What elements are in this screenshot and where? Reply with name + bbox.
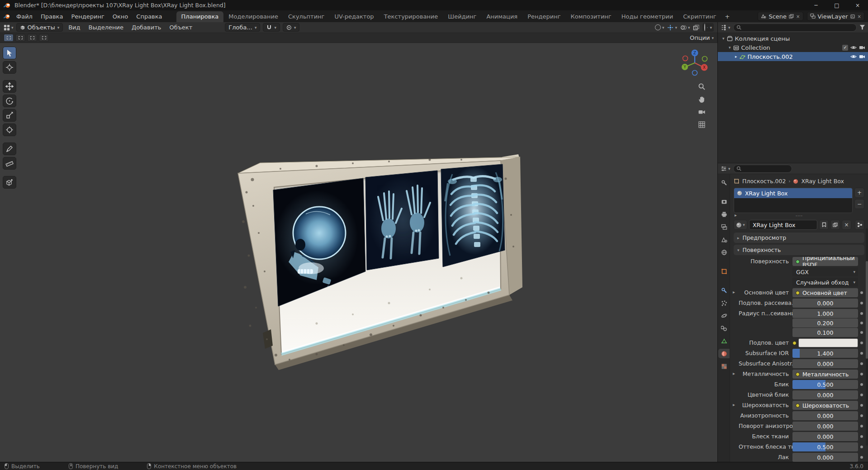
collection-checkbox[interactable]: ✓ xyxy=(842,45,848,51)
tool-rotate[interactable] xyxy=(3,95,16,107)
base-color-link-button[interactable]: Основной цвет xyxy=(792,288,858,297)
animate-dot[interactable] xyxy=(860,446,863,448)
minimize-button[interactable]: ─ xyxy=(806,0,826,10)
shading-material-button[interactable] xyxy=(707,27,708,28)
select-set-button[interactable] xyxy=(4,34,14,42)
tab-physics[interactable] xyxy=(718,311,730,320)
distribution-dropdown[interactable]: GGX▾ xyxy=(792,267,858,276)
specular-tint-slider[interactable]: 0.000 xyxy=(792,390,858,399)
breadcrumb-material[interactable]: XRay Light Box xyxy=(801,178,844,185)
panel-preview[interactable]: ▸ Предпросмотр xyxy=(734,233,864,243)
animate-dot[interactable] xyxy=(860,352,863,355)
filter-icon[interactable] xyxy=(859,24,865,30)
viewlayer-selector[interactable]: ViewLayer × xyxy=(807,12,865,21)
duplicate-material-button[interactable] xyxy=(830,220,840,230)
panel-surface[interactable]: ▾ Поверхность xyxy=(734,245,864,255)
navigation-gizmo[interactable]: Z Y X xyxy=(680,48,709,77)
tab-particles[interactable] xyxy=(718,298,730,308)
clearcoat-slider[interactable]: 0.000 xyxy=(792,453,858,462)
menu-view[interactable]: Вид xyxy=(66,23,83,32)
sheen-slider[interactable]: 0.000 xyxy=(792,432,858,441)
outliner-row-scene-collection[interactable]: ▾ Коллекция сцены xyxy=(718,34,868,43)
tool-transform[interactable] xyxy=(3,123,16,136)
roughness-link-button[interactable]: Шероховатость xyxy=(792,401,858,410)
menu-render[interactable]: Рендеринг xyxy=(67,12,108,21)
select-extend-button[interactable] xyxy=(15,34,25,42)
new-viewlayer-icon[interactable] xyxy=(850,14,855,19)
animate-dot[interactable] xyxy=(860,322,863,324)
properties-editor-button[interactable]: ▾ xyxy=(721,166,730,172)
remove-slot-button[interactable]: − xyxy=(854,199,864,209)
select-subtract-button[interactable] xyxy=(27,34,37,42)
tab-output[interactable] xyxy=(718,209,730,219)
outliner-row-plane-002[interactable]: ▸ Плоскость.002 xyxy=(718,52,868,61)
fake-user-button[interactable] xyxy=(819,220,829,230)
properties-search-input[interactable] xyxy=(733,165,792,173)
viewport-canvas[interactable]: Z Y X xyxy=(0,43,717,462)
xray-toggle[interactable] xyxy=(693,24,699,31)
specular-slider[interactable]: 0.500 xyxy=(792,380,858,389)
browse-material-button[interactable]: ▾ xyxy=(734,220,747,230)
animate-dot[interactable] xyxy=(860,404,863,407)
radius-x-field[interactable]: 1.000 xyxy=(792,309,858,318)
tool-move[interactable] xyxy=(3,80,16,93)
select-intersect-button[interactable] xyxy=(39,34,49,42)
mode-dropdown[interactable]: Объекты ▾ xyxy=(16,23,63,32)
tab-material[interactable] xyxy=(718,349,730,358)
tab-scene[interactable] xyxy=(718,235,730,244)
snap-dropdown[interactable]: ▾ xyxy=(263,23,280,32)
outliner-editor-button[interactable]: ▾ xyxy=(721,24,730,31)
breadcrumb-object[interactable]: Плоскость.002 xyxy=(742,178,786,185)
metallic-link-button[interactable]: Металличность xyxy=(792,370,858,379)
radius-z-field[interactable]: 0.100 xyxy=(792,328,858,337)
tab-object-data[interactable] xyxy=(718,336,730,346)
unlink-material-button[interactable]: × xyxy=(842,220,851,230)
maximize-button[interactable]: □ xyxy=(826,0,847,10)
anisotropic-rotation-slider[interactable]: 0.000 xyxy=(792,422,858,431)
tab-modifiers[interactable] xyxy=(718,285,730,295)
editor-type-button[interactable]: ▾ xyxy=(4,24,14,31)
tab-scripting[interactable]: Скриптинг xyxy=(678,11,721,22)
tool-scale[interactable] xyxy=(3,109,16,122)
xray-film-hands[interactable] xyxy=(365,171,439,270)
menu-window[interactable]: Окно xyxy=(109,12,133,21)
animate-dot[interactable] xyxy=(860,291,863,294)
add-slot-button[interactable]: + xyxy=(854,188,864,198)
show-nodes-button[interactable] xyxy=(855,220,864,230)
surface-shader-button[interactable]: Принципиальный BSDF xyxy=(792,257,858,266)
gizmos-toggle[interactable]: ▾ xyxy=(667,24,677,31)
pan-hand-icon[interactable] xyxy=(698,95,706,103)
grid-ortho-icon[interactable] xyxy=(698,121,706,128)
slot-list-grip[interactable]: ▸ ···· xyxy=(733,213,865,218)
tab-object[interactable] xyxy=(718,266,730,276)
properties-scrollbar[interactable] xyxy=(866,228,868,446)
remove-viewlayer-icon[interactable]: × xyxy=(858,14,861,19)
tab-texture-paint[interactable]: Текстур​ирование xyxy=(379,11,443,22)
tool-annotate[interactable] xyxy=(3,142,16,155)
radius-y-field[interactable]: 0.200 xyxy=(792,318,858,328)
animate-dot[interactable] xyxy=(860,342,863,344)
material-slot-item[interactable]: XRay Light Box xyxy=(734,188,852,198)
outliner-search-input[interactable] xyxy=(733,24,857,32)
material-slot-list[interactable]: XRay Light Box xyxy=(734,188,853,213)
sss-method-dropdown[interactable]: Случайный обход▾ xyxy=(792,278,858,287)
overlays-dropdown[interactable]: ▾ xyxy=(680,24,690,31)
tool-measure[interactable] xyxy=(3,157,16,170)
animate-dot[interactable] xyxy=(860,302,863,304)
sheen-tint-slider[interactable]: 0.500 xyxy=(792,442,858,451)
tab-layout[interactable]: Планировка xyxy=(176,11,224,22)
disable-render-camera-icon[interactable] xyxy=(859,44,865,51)
animate-dot[interactable] xyxy=(860,425,863,427)
tab-tool[interactable] xyxy=(718,178,730,187)
scene-selector[interactable]: Scene × xyxy=(758,12,803,21)
outliner-row-collection[interactable]: ▾ Collection ✓ xyxy=(718,43,868,52)
tab-constraints[interactable] xyxy=(718,323,730,333)
tool-cursor[interactable] xyxy=(3,61,16,74)
object-visibility-dropdown[interactable]: ▾ xyxy=(655,24,664,30)
tab-animation[interactable]: Анимация xyxy=(481,11,522,22)
tab-modeling[interactable]: Моделирование xyxy=(223,11,283,22)
close-button[interactable]: × xyxy=(847,0,868,10)
anisotropic-slider[interactable]: 0.000 xyxy=(792,411,858,420)
unlink-scene-icon[interactable]: × xyxy=(796,14,800,19)
tab-geometry-nodes[interactable]: Ноды геометрии xyxy=(617,11,678,22)
